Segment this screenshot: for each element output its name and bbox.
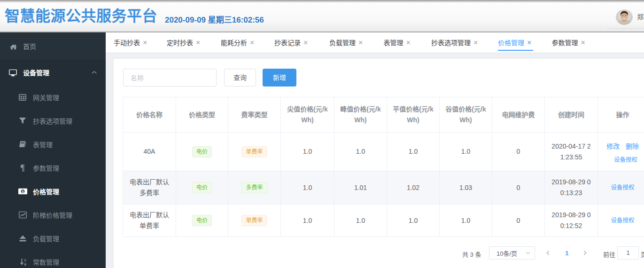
svg-text:1: 1 [24, 258, 26, 262]
svg-text:9: 9 [24, 262, 26, 266]
svg-text:$: $ [22, 189, 24, 193]
